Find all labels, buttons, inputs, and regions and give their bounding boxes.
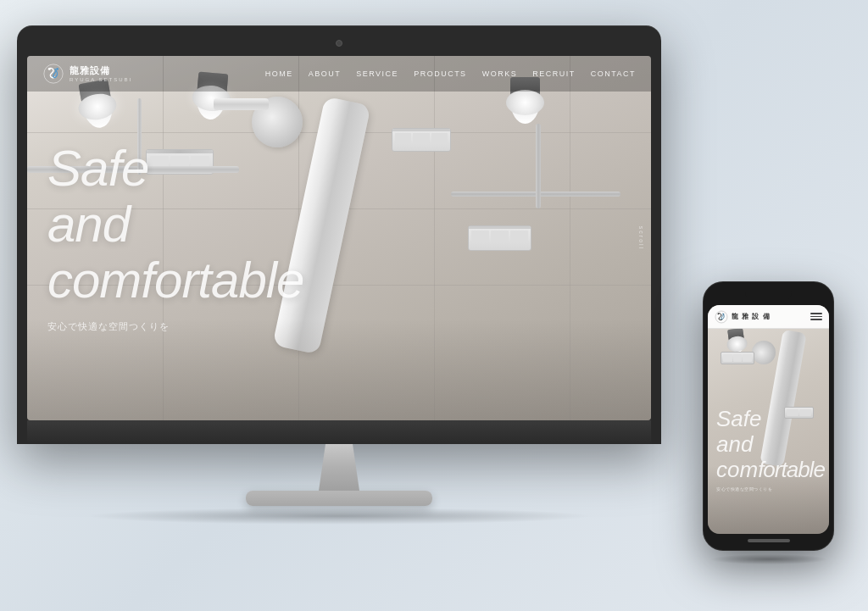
logo-kanji: 龍雅設備 [70,66,132,75]
hamburger-line-1 [810,313,822,314]
hamburger-menu[interactable] [810,313,822,320]
hamburger-line-3 [810,319,822,320]
phone-hero-headline: Safeandcomfortable [716,407,825,483]
svg-point-3 [715,311,727,323]
phone-shadow [709,554,828,564]
logo-text: 龍雅設備 RYUGA SETSUBI [70,66,132,82]
monitor-screen: 龍雅設備 RYUGA SETSUBI HOME ABOUT SERVICE PR… [27,56,651,420]
phone-frame: 龍 雅 設 備 Safeandcomfortable 安心で快適な空間つくりを [703,281,834,551]
svg-point-2 [56,68,58,70]
nav-link-service[interactable]: SERVICE [356,69,398,78]
phone-ac-unit [721,352,754,364]
hero-overlay [27,319,651,420]
logo-roman: RYUGA SETSUBI [70,77,132,82]
scroll-indicator: scroll [638,226,644,250]
mobile-mockup: 龍 雅 設 備 Safeandcomfortable 安心で快適な空間つくりを [703,281,834,564]
logo-icon [42,63,64,85]
nav-link-about[interactable]: ABOUT [309,69,342,78]
nav-link-works[interactable]: WORKS [482,69,518,78]
phone-logo-icon [715,310,728,324]
ac-unit [392,128,451,152]
phone-logo: 龍 雅 設 備 [715,310,810,324]
monitor-chin [27,420,651,444]
hero-subtext: 安心で快適な空間つくりを [47,320,303,333]
hero-text-block: Safeandcomfortable 安心で快適な空間つくりを [47,141,303,333]
monitor-camera-bar [27,36,651,51]
nav-link-products[interactable]: PRODUCTS [414,69,467,78]
nav-link-contact[interactable]: CONTACT [591,69,636,78]
nav-link-home[interactable]: HOME [265,69,293,78]
svg-point-0 [44,64,63,83]
phone-notch [745,290,792,302]
phone-screen: 龍 雅 設 備 Safeandcomfortable 安心で快適な空間つくりを [708,305,829,534]
monitor-shadow [85,508,593,525]
phone-home-bar [748,539,790,542]
monitor-camera [336,40,342,47]
ac-unit [468,225,531,251]
desktop-website: 龍雅設備 RYUGA SETSUBI HOME ABOUT SERVICE PR… [27,56,651,420]
phone-hero-subtext: 安心で快適な空間つくりを [716,486,825,492]
navigation: 龍雅設備 RYUGA SETSUBI HOME ABOUT SERVICE PR… [27,56,651,92]
monitor-stand-neck [305,444,373,491]
hero-headline: Safeandcomfortable [47,141,303,308]
desktop-mockup: 龍雅設備 RYUGA SETSUBI HOME ABOUT SERVICE PR… [17,25,661,525]
conduit-pipe-v [536,124,541,208]
site-logo: 龍雅設備 RYUGA SETSUBI [42,63,132,85]
svg-point-4 [718,313,720,314]
monitor-frame: 龍雅設備 RYUGA SETSUBI HOME ABOUT SERVICE PR… [17,25,661,444]
svg-point-1 [48,68,51,70]
monitor-stand-base [246,491,432,506]
phone-website: 龍 雅 設 備 Safeandcomfortable 安心で快適な空間つくりを [708,305,829,534]
svg-point-5 [723,313,725,314]
phone-ceiling-light [727,328,746,353]
phone-duct-elbow [752,341,776,364]
duct-horizontal [214,98,269,110]
nav-link-recruit[interactable]: RECRUIT [532,69,576,78]
nav-links: HOME ABOUT SERVICE PRODUCTS WORKS RECRUI… [265,69,636,78]
hamburger-line-2 [810,316,822,318]
phone-navigation: 龍 雅 設 備 [708,305,829,329]
phone-hero-text: Safeandcomfortable 安心で快適な空間つくりを [716,407,825,492]
phone-logo-text: 龍 雅 設 備 [732,312,771,321]
